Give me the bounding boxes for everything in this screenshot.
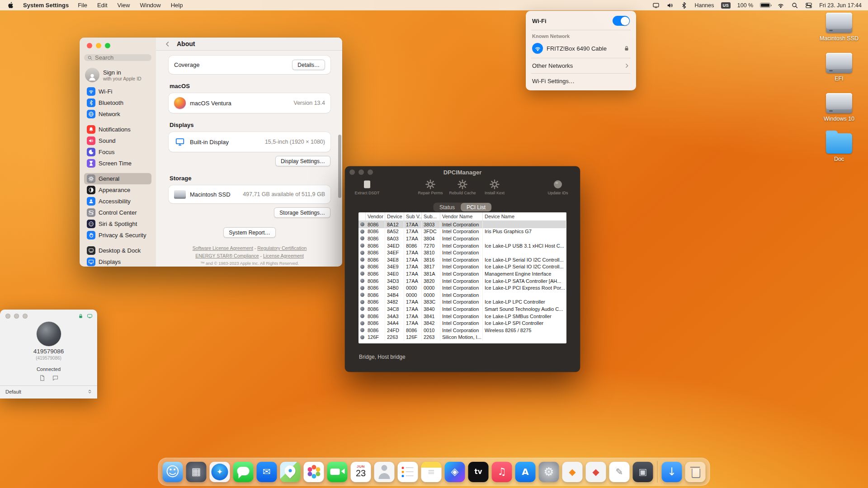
battery-icon[interactable]: [760, 3, 770, 8]
facetime-icon[interactable]: [327, 462, 348, 482]
column-sub-vendor[interactable]: Sub V...: [404, 212, 422, 221]
apple-menu-icon[interactable]: [7, 1, 14, 9]
column-device-name[interactable]: Device Name: [483, 212, 566, 221]
toolbar-repair-perms[interactable]: Repair Perms: [415, 179, 445, 195]
calendar-icon[interactable]: JUN 23: [351, 462, 371, 482]
wifi-settings-item[interactable]: Wi-Fi Settings…: [529, 75, 632, 88]
license-agreement-link[interactable]: License Agreement: [263, 253, 304, 258]
bluetooth-icon[interactable]: [680, 2, 688, 9]
minimize-button[interactable]: [14, 314, 19, 319]
keyboard-layout-badge[interactable]: US: [721, 2, 731, 9]
sidebar-item-displays[interactable]: Displays: [84, 256, 151, 267]
permission-profile-dropdown[interactable]: Default: [0, 386, 97, 394]
desktop-icon-macintosh-ssd[interactable]: Macintosh SSD: [817, 13, 861, 42]
pci-row[interactable]: 126F 2263 126F 2263 Silicon Motion, I...: [359, 334, 566, 341]
app-store-icon[interactable]: A: [515, 462, 536, 482]
sidebar-item-wifi[interactable]: Wi-Fi: [84, 86, 151, 97]
shortcuts-icon[interactable]: ◈: [445, 462, 465, 482]
menu-username[interactable]: Hannes: [694, 2, 714, 9]
contacts-icon[interactable]: [374, 462, 395, 482]
pci-row[interactable]: 8086 34EF 17AA 3810 Intel Corporation: [359, 249, 566, 256]
sidebar-item-network[interactable]: Network: [84, 108, 151, 120]
textedit-icon[interactable]: ✎: [609, 462, 630, 482]
zoom-button[interactable]: [105, 43, 110, 48]
sidebar-item-sound[interactable]: Sound: [84, 135, 151, 146]
sidebar-item-desktop-dock[interactable]: Desktop & Dock: [84, 245, 151, 256]
reminders-icon[interactable]: [398, 462, 418, 482]
software-license-link[interactable]: Software License Agreement: [193, 245, 253, 251]
known-network-item[interactable]: FRITZ!Box 6490 Cable: [529, 40, 632, 57]
diamond-app-icon-2[interactable]: ◆: [586, 462, 606, 482]
music-icon[interactable]: ♫: [492, 462, 512, 482]
pci-row[interactable]: 8086 34A3 17AA 3841 Intel Corporation Ic…: [359, 313, 566, 320]
sidebar-item[interactable]: [84, 169, 151, 173]
sidebar-item-control-center[interactable]: Control Center: [84, 207, 151, 218]
menu-clock[interactable]: Fri 23. Jun 17:44: [819, 2, 862, 9]
back-button[interactable]: [164, 41, 171, 47]
control-center-icon[interactable]: [805, 2, 812, 9]
launchpad-icon[interactable]: ▦: [186, 462, 207, 482]
close-button[interactable]: [87, 43, 92, 48]
wifi-toggle[interactable]: [613, 16, 630, 26]
sidebar-item[interactable]: [84, 241, 151, 245]
menu-item[interactable]: View: [118, 2, 130, 9]
dock-divider[interactable]: [657, 461, 658, 483]
energy-star-link[interactable]: ENERGY STAR® Compliance: [195, 253, 259, 258]
sidebar-item[interactable]: [84, 120, 151, 124]
maps-icon[interactable]: [280, 462, 301, 482]
pci-row[interactable]: 8086 34A4 17AA 3842 Intel Corporation Ic…: [359, 319, 566, 327]
toolbar-update-ids[interactable]: Update IDs: [543, 179, 573, 195]
chat-icon[interactable]: [52, 375, 59, 381]
toolbar-install-kext[interactable]: Install Kext: [480, 179, 509, 195]
pci-row[interactable]: 8086 34B4 0000 0000 Intel Corporation: [359, 291, 566, 299]
display-settings-button[interactable]: Display Settings…: [275, 156, 330, 166]
sidebar-item-bluetooth[interactable]: Bluetooth: [84, 97, 151, 108]
column-device[interactable]: Device: [385, 212, 404, 221]
file-transfer-icon[interactable]: [39, 375, 46, 381]
regulatory-certification-link[interactable]: Regulatory Certification: [257, 245, 307, 251]
menu-item[interactable]: Help: [171, 2, 183, 9]
system-report-button[interactable]: System Report…: [223, 227, 275, 238]
pci-row[interactable]: 8086 34B0 0000 0000 Intel Corporation Ic…: [359, 284, 566, 291]
menu-app-name[interactable]: System Settings: [23, 2, 69, 9]
system-settings-icon[interactable]: ⚙: [539, 462, 559, 482]
zoom-button[interactable]: [23, 314, 28, 319]
details-button[interactable]: Details…: [292, 60, 325, 70]
spotlight-icon[interactable]: [791, 2, 798, 9]
desktop-icon-doc[interactable]: Doc: [817, 133, 861, 162]
tv-icon[interactable]: tv: [468, 462, 489, 482]
sidebar-item-privacy-security[interactable]: Privacy & Security: [84, 230, 151, 241]
safari-icon[interactable]: ✦: [210, 462, 230, 482]
other-networks-item[interactable]: Other Networks: [529, 59, 632, 72]
sidebar-item-general[interactable]: General: [84, 173, 151, 184]
sidebar-item-focus[interactable]: Focus: [84, 146, 151, 158]
desktop-icon-windows-10[interactable]: Windows 10: [817, 93, 861, 122]
tab-status[interactable]: Status: [434, 203, 461, 211]
pci-row[interactable]: 8086 34E0 17AA 381A Intel Corporation Ma…: [359, 270, 566, 277]
pci-row[interactable]: 8086 34C8 17AA 3840 Intel Corporation Sm…: [359, 305, 566, 313]
sidebar-item-screen-time[interactable]: Screen Time: [84, 158, 151, 169]
mail-icon[interactable]: ✉: [257, 462, 277, 482]
wifi-menu-icon[interactable]: [777, 2, 784, 9]
pci-row[interactable]: 8086 34ED 8086 7270 Intel Corporation Ic…: [359, 242, 566, 249]
downloads-icon[interactable]: ↓: [662, 462, 682, 482]
search-input[interactable]: Search: [84, 54, 151, 61]
minimize-button[interactable]: [96, 43, 101, 48]
pci-row[interactable]: 8086 24FD 8086 0010 Intel Corporation Wi…: [359, 327, 566, 334]
toolbar-rebuild-cache[interactable]: Rebuild Cache: [448, 179, 477, 195]
screen-mirroring-icon[interactable]: [652, 2, 660, 9]
close-button[interactable]: [5, 314, 10, 319]
pci-row[interactable]: 8086 8A03 17AA 3804 Intel Corporation: [359, 235, 566, 242]
notes-icon[interactable]: ≡: [421, 462, 442, 482]
pci-row[interactable]: 8086 3482 17AA 383C Intel Corporation Ic…: [359, 299, 566, 306]
pci-row[interactable]: 8086 34E8 17AA 3816 Intel Corporation Ic…: [359, 256, 566, 263]
volume-icon[interactable]: [666, 2, 674, 9]
photos-icon[interactable]: [304, 462, 324, 482]
menu-item[interactable]: Edit: [97, 2, 107, 9]
messages-icon[interactable]: [233, 462, 254, 482]
sidebar-item-appearance[interactable]: Appearance: [84, 184, 151, 196]
desktop-icon-efi[interactable]: EFI: [817, 53, 861, 82]
storage-settings-button[interactable]: Storage Settings…: [274, 207, 330, 218]
finder-icon[interactable]: ☺: [163, 462, 183, 482]
column-vendor-name[interactable]: Vendor Name: [440, 212, 483, 221]
